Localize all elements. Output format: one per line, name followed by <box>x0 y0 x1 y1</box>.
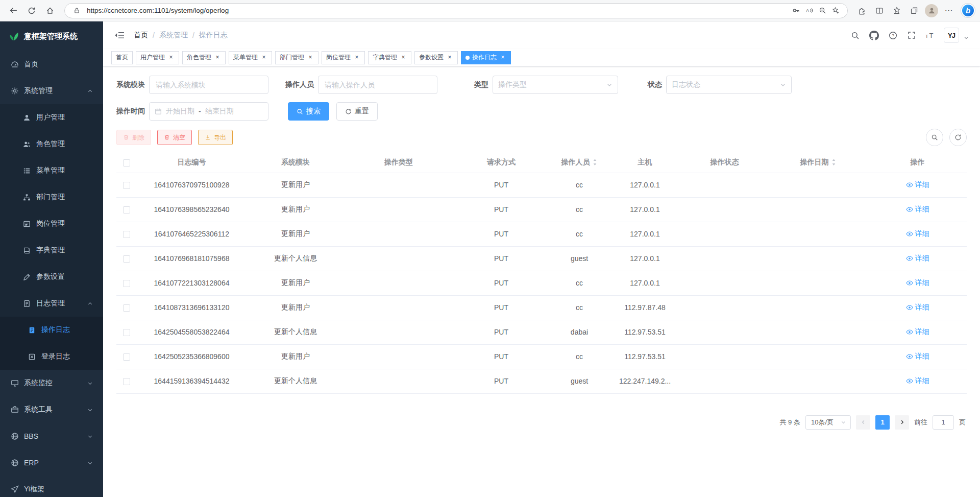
goto-page-input[interactable] <box>933 415 954 430</box>
zoom-out-icon[interactable] <box>816 4 829 17</box>
detail-link[interactable]: 详细 <box>906 254 929 263</box>
sidebar-item-sys-monitor[interactable]: 系统监控 <box>0 370 103 396</box>
export-button[interactable]: 导出 <box>198 130 233 145</box>
sidebar-item-menu-mgmt[interactable]: 菜单管理 <box>0 157 103 184</box>
tab-4[interactable]: 部门管理 × <box>275 51 318 64</box>
browser-home-button[interactable] <box>42 3 58 19</box>
tab-0[interactable]: 首页 <box>111 51 133 64</box>
row-checkbox[interactable] <box>123 255 130 263</box>
tab-5[interactable]: 岗位管理 × <box>322 51 365 64</box>
sidebar-item-oper-log[interactable]: 操作日志 <box>0 317 103 343</box>
font-size-icon[interactable]: TT <box>925 30 936 41</box>
breadcrumb-system-mgmt[interactable]: 系统管理 <box>159 31 188 40</box>
detail-link[interactable]: 详细 <box>906 376 929 386</box>
user-avatar[interactable]: YJ <box>944 28 959 43</box>
favorites-bar-icon[interactable] <box>889 3 905 19</box>
sort-icon[interactable] <box>831 158 837 167</box>
breadcrumb-home[interactable]: 首页 <box>134 31 148 40</box>
key-icon[interactable] <box>789 4 802 17</box>
header-search-icon[interactable] <box>849 30 861 41</box>
address-bar[interactable]: https://ccnetcore.com:1101/system/log/op… <box>64 3 848 18</box>
tab-7[interactable]: 参数设置 × <box>414 51 458 64</box>
tab-close-icon[interactable]: × <box>400 54 407 61</box>
sidebar-item-post-mgmt[interactable]: 岗位管理 <box>0 210 103 237</box>
tab-3[interactable]: 菜单管理 × <box>229 51 272 64</box>
detail-link[interactable]: 详细 <box>906 278 929 288</box>
operator-input[interactable] <box>318 76 437 94</box>
row-checkbox[interactable] <box>123 206 130 214</box>
refresh-button[interactable] <box>23 3 40 19</box>
row-checkbox[interactable] <box>123 378 130 385</box>
tab-close-icon[interactable]: × <box>307 54 314 61</box>
tab-close-icon[interactable]: × <box>260 54 267 61</box>
row-checkbox[interactable] <box>123 353 130 361</box>
sidebar-collapse-icon[interactable] <box>114 31 125 39</box>
next-page-button[interactable] <box>895 415 909 430</box>
back-button[interactable] <box>5 3 21 19</box>
tab-2[interactable]: 角色管理 × <box>182 51 226 64</box>
column-date-label: 操作日期 <box>800 158 829 167</box>
sidebar-item-log-mgmt[interactable]: 日志管理 <box>0 290 103 317</box>
tab-6[interactable]: 字典管理 × <box>368 51 411 64</box>
sidebar-item-user-mgmt[interactable]: 用户管理 <box>0 104 103 131</box>
search-button[interactable]: 搜索 <box>288 102 329 121</box>
sidebar-item-dept-mgmt[interactable]: 部门管理 <box>0 184 103 210</box>
row-checkbox[interactable] <box>123 304 130 312</box>
delete-button[interactable]: 删除 <box>116 130 151 145</box>
table-search-toggle-button[interactable] <box>926 129 943 146</box>
prev-page-button[interactable] <box>856 415 870 430</box>
extensions-icon[interactable] <box>854 3 870 19</box>
browser-profile-avatar[interactable] <box>923 3 940 19</box>
column-date[interactable]: 操作日期 <box>768 152 868 173</box>
tab-close-icon[interactable]: × <box>353 54 360 61</box>
row-checkbox[interactable] <box>123 280 130 287</box>
tab-close-icon[interactable]: × <box>499 54 506 61</box>
more-menu-icon[interactable]: ⋯ <box>941 3 957 19</box>
row-checkbox[interactable] <box>123 329 130 336</box>
sidebar-item-sys-tools[interactable]: 系统工具 <box>0 396 103 423</box>
tab-close-icon[interactable]: × <box>167 54 175 61</box>
module-input[interactable] <box>149 76 268 94</box>
detail-link[interactable]: 详细 <box>906 303 929 312</box>
tab-1[interactable]: 用户管理 × <box>136 51 179 64</box>
sidebar-item-dict-mgmt[interactable]: 字典管理 <box>0 237 103 264</box>
github-icon[interactable] <box>868 30 879 41</box>
favorite-star-icon[interactable] <box>829 4 842 17</box>
page-size-select[interactable]: 10条/页 <box>805 415 851 430</box>
page-number-1[interactable]: 1 <box>875 415 890 430</box>
read-aloud-icon[interactable]: A <box>802 4 816 17</box>
row-checkbox[interactable] <box>123 231 130 238</box>
detail-link[interactable]: 详细 <box>906 229 929 239</box>
split-screen-icon[interactable] <box>871 3 888 19</box>
tab-8[interactable]: 操作日志 × <box>461 51 511 64</box>
bing-icon[interactable]: b <box>961 4 975 17</box>
user-dropdown-caret-icon[interactable] <box>964 35 969 40</box>
tab-close-icon[interactable]: × <box>214 54 221 61</box>
sidebar-item-bbs[interactable]: BBS <box>0 423 103 449</box>
detail-link[interactable]: 详细 <box>906 205 929 214</box>
status-select[interactable]: 日志状态 <box>666 76 792 94</box>
date-range-picker[interactable]: 开始日期 - 结束日期 <box>149 102 268 121</box>
sidebar-item-login-log[interactable]: 登录日志 <box>0 343 103 370</box>
sidebar-item-yi-framework[interactable]: Yi框架 <box>0 476 103 497</box>
sidebar-item-erp[interactable]: ERP <box>0 449 103 476</box>
reset-button[interactable]: 重置 <box>336 102 378 121</box>
detail-link[interactable]: 详细 <box>906 352 929 361</box>
sidebar-item-param-settings[interactable]: 参数设置 <box>0 264 103 290</box>
select-all-checkbox[interactable] <box>123 159 130 167</box>
sidebar-item-system-mgmt[interactable]: 系统管理 <box>0 78 103 104</box>
row-checkbox[interactable] <box>123 182 130 189</box>
help-icon[interactable]: ? <box>887 30 898 41</box>
tab-close-icon[interactable]: × <box>446 54 453 61</box>
sort-icon[interactable] <box>592 158 598 167</box>
fullscreen-icon[interactable] <box>906 30 917 41</box>
sidebar-item-role-mgmt[interactable]: 角色管理 <box>0 131 103 157</box>
detail-link[interactable]: 详细 <box>906 327 929 337</box>
collections-icon[interactable] <box>906 3 922 19</box>
detail-link[interactable]: 详细 <box>906 180 929 190</box>
sidebar-item-home[interactable]: 首页 <box>0 51 103 78</box>
type-select[interactable]: 操作类型 <box>493 76 618 94</box>
clear-button[interactable]: 清空 <box>157 130 192 145</box>
table-refresh-button[interactable] <box>949 129 967 146</box>
column-operator[interactable]: 操作人员 <box>550 152 609 173</box>
